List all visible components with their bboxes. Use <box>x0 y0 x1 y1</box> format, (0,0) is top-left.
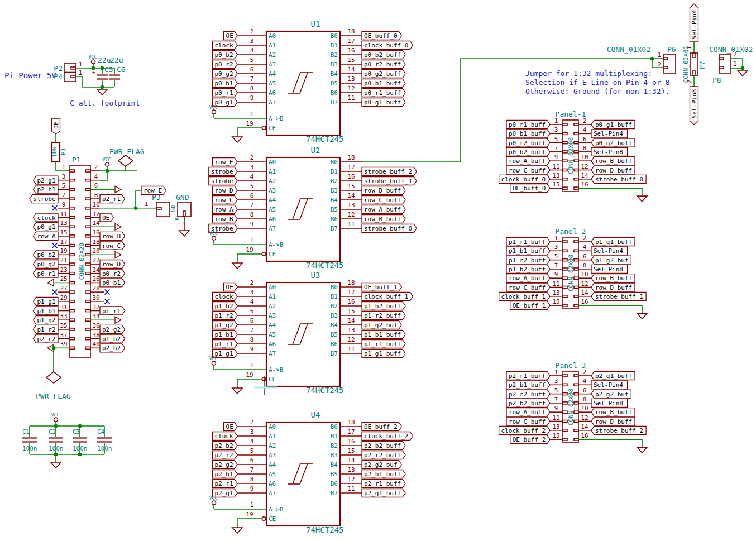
pin-notch <box>574 250 578 252</box>
connector-p7[interactable]: Sel-Pin41CONN_02X01P72Sel-Pin8 <box>682 4 706 125</box>
pin-number: 2 <box>250 419 254 426</box>
connector-p8[interactable]: CONN_01X02P821 <box>709 45 753 84</box>
p6-body[interactable] <box>663 54 676 73</box>
net-label: Sel-Pin4 <box>594 381 623 389</box>
vcc-symbol <box>54 418 58 422</box>
pin-notch <box>563 277 567 279</box>
pin-number: 9 <box>250 221 254 228</box>
net-label: p1_g2_buf <box>364 322 398 329</box>
pin-number: 5 <box>250 308 254 315</box>
open-arrow-label[interactable] <box>115 251 121 258</box>
p8-ref: P8 <box>712 76 721 84</box>
pin-number: 24 <box>92 266 100 274</box>
connector-Panel-1[interactable]: Panel-1CONN_02X0812p0_r1_buffp0_g1_buff3… <box>499 110 647 202</box>
pin-notch <box>574 420 578 423</box>
pin-name: CE <box>269 125 276 132</box>
pin-number: 28 <box>92 285 99 292</box>
vcc-label: VCC <box>89 55 97 60</box>
pin-number: 1 <box>145 200 149 208</box>
gnd-symbol <box>637 313 647 319</box>
pin-number: 11 <box>552 163 559 170</box>
net-label: strobe <box>34 195 56 203</box>
pin-number: 1 <box>62 164 66 171</box>
pin-notch <box>70 170 75 172</box>
pin-number: 5 <box>250 183 254 190</box>
pin-notch <box>156 207 161 209</box>
c-alt-note: C alt. footprint <box>70 99 140 107</box>
pin-number: 7 <box>554 262 558 269</box>
oe-pullup-section[interactable]: OE10kR1 <box>51 118 70 171</box>
pin-number: 4 <box>583 377 587 385</box>
chip-U3[interactable]: U374HCT2452A0OE18B0OE_buff_13A1clock17B1… <box>209 271 413 395</box>
connector-Panel-3[interactable]: Panel-3CONN_02X0812p2_r1_buffp2_g1_buff3… <box>499 361 647 453</box>
power-input-section[interactable]: Pi Power 5VP2P411VCC+22uC522uC6C alt. fo… <box>4 55 140 107</box>
vcc-label: VCC <box>209 496 218 501</box>
net-label: row_C_buff <box>364 197 401 204</box>
glyph <box>293 463 300 484</box>
p8-body[interactable] <box>719 54 730 73</box>
pwr-flag-symbol[interactable] <box>46 372 61 383</box>
net-label: OE_buff_2 <box>513 436 546 443</box>
open-arrow-label[interactable] <box>115 186 121 193</box>
pin-number: 7 <box>250 75 254 83</box>
pin-number: 12 <box>347 85 355 92</box>
pin-name: A->B <box>269 506 284 513</box>
gnd-symbol <box>179 231 189 236</box>
open-arrow-label[interactable] <box>47 279 54 286</box>
p7-body[interactable] <box>690 53 698 75</box>
pin-name: B5 <box>331 471 338 478</box>
pin-number: 7 <box>554 145 558 152</box>
net-label: OE <box>102 214 109 222</box>
connector-Panel-2[interactable]: Panel-2CONN_02X0812p1_r1_buffp1_g1_buff3… <box>499 227 647 319</box>
pin-notch <box>85 281 90 284</box>
pin-name: B4 <box>331 70 338 78</box>
net-label: p1_r1_buff <box>509 238 546 246</box>
p8-value: CONN_01X02 <box>709 45 753 54</box>
schematic-svg: Pi Power 5VP2P411VCC+22uC522uC6C alt. fo… <box>0 0 756 541</box>
open-arrow-label[interactable] <box>115 223 121 230</box>
pin-number: 1 <box>733 60 737 68</box>
pin-notch <box>574 384 578 386</box>
pin-notch <box>70 347 75 349</box>
chip-U4[interactable]: U474HCT2452A0OE18B0OE_buff_23A1clock17B1… <box>209 410 413 534</box>
pin-notch <box>85 319 90 321</box>
net-label: row_C_buff <box>509 284 546 291</box>
net-label: OE <box>52 121 60 128</box>
pin-number: 14 <box>581 423 588 430</box>
chip-U2[interactable]: U274HCT2452A0row_E18B03A1strobe17B1strob… <box>209 146 417 270</box>
pin-number: 2 <box>583 117 587 125</box>
chip-U1[interactable]: U174HCT2452A0OE18B0OE_buff_03A1clock17B1… <box>209 20 413 143</box>
net-label: OE <box>226 423 233 430</box>
inverted-pin-bubble <box>262 252 265 256</box>
pin-number: 14 <box>581 289 588 296</box>
net-label: Sel-Pin4 <box>594 130 623 137</box>
pin-notch <box>70 217 75 219</box>
net-label: p1_b2 <box>215 303 233 310</box>
connector-p1[interactable]: P1CONN_02X2013p2_g15p2_b17strobe911clock… <box>30 147 145 400</box>
pin-number: 9 <box>554 154 558 161</box>
pin-number: 40 <box>92 341 99 348</box>
pin-notch <box>719 66 724 69</box>
pin-notch <box>574 123 578 126</box>
pin-number: 8 <box>250 85 254 92</box>
pwr-flag-symbol[interactable] <box>118 155 133 166</box>
net-label: row_B_buff <box>595 409 632 416</box>
pin-notch <box>70 281 75 284</box>
gnd-connector-body[interactable] <box>178 202 191 217</box>
pin-number: 12 <box>581 414 588 422</box>
net-label: p0_b2 <box>215 51 233 59</box>
pin-notch <box>70 179 75 181</box>
pin-notch <box>574 268 578 270</box>
pin-name: A->B <box>269 241 284 248</box>
cap-ref: C3 <box>73 428 80 435</box>
net-label: p2_r1_buff <box>364 480 401 487</box>
pin-notch <box>574 187 578 189</box>
pin-notch <box>563 142 567 144</box>
pin-number: 11 <box>552 414 559 422</box>
pin-notch <box>663 58 668 60</box>
gnd-symbol <box>232 528 242 533</box>
p3-gnd-cluster[interactable]: row_E1P3RxDP5GND1 <box>100 186 191 237</box>
open-arrow-label[interactable] <box>115 317 121 323</box>
pin-notch <box>85 338 90 340</box>
decap-section[interactable]: VCCC1100nC2100nC3100nC4100n <box>22 413 112 468</box>
